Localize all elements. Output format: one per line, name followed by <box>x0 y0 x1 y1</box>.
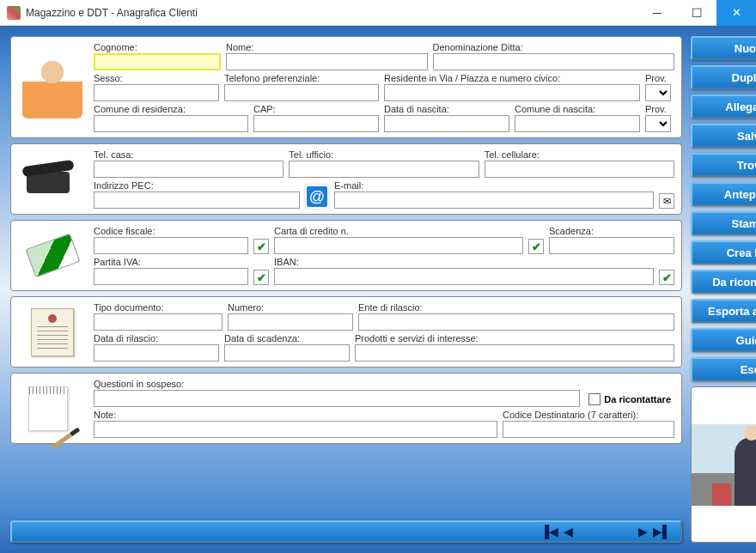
cap-label: CAP: <box>253 104 379 114</box>
titlebar: Magazzino e DDT - Anagrafica Clienti <box>0 0 756 26</box>
cap-input[interactable] <box>253 115 379 132</box>
questioni-input[interactable] <box>94 390 580 407</box>
scad-label: Scadenza: <box>549 226 674 236</box>
tipo-label: Tipo documento: <box>94 302 223 313</box>
dataril-label: Data di rilascio: <box>94 333 219 343</box>
denom-input[interactable] <box>433 53 674 70</box>
telcell-input[interactable] <box>485 161 674 178</box>
ente-input[interactable] <box>358 313 674 331</box>
questioni-label: Questioni in sospeso: <box>94 379 580 389</box>
cognome-input[interactable] <box>94 53 221 70</box>
window-close-button[interactable] <box>716 0 756 26</box>
telpref-input[interactable] <box>224 84 379 101</box>
iban-input[interactable] <box>274 268 654 285</box>
email-input[interactable] <box>334 191 654 209</box>
carta-label: Carta di credito n. <box>274 226 523 236</box>
numero-label: Numero: <box>228 302 353 313</box>
prodotti-input[interactable] <box>355 344 674 362</box>
comune-res-input[interactable] <box>94 115 248 132</box>
pec-label: Indirizzo PEC: <box>94 180 300 191</box>
cf-input[interactable] <box>94 237 248 254</box>
nav-prev-button[interactable]: ◀ <box>561 525 576 538</box>
tipo-input[interactable] <box>94 313 223 331</box>
ricontattare-label: Da ricontattare <box>604 394 671 404</box>
panel-contact: Tel. casa: Tel. ufficio: Tel. cellulare:… <box>10 143 682 215</box>
duplica-button[interactable]: Duplica <box>691 65 756 89</box>
note-input[interactable] <box>94 421 497 438</box>
teluff-label: Tel. ufficio: <box>289 149 479 160</box>
panel-fiscal: Codice fiscale: Carta di credito n. Scad… <box>10 220 682 291</box>
panel-document: Tipo documento: Numero: Ente di rilascio… <box>10 296 682 368</box>
ente-label: Ente di rilascio: <box>358 302 674 313</box>
piva-check-icon[interactable] <box>253 270 269 285</box>
guida-button[interactable]: Guida <box>691 328 756 352</box>
note-label: Note: <box>94 410 497 420</box>
comune-nasc-label: Comune di nascita: <box>515 104 640 114</box>
pec-input[interactable] <box>94 191 300 209</box>
salva-button[interactable]: Salva <box>691 124 756 148</box>
data-nasc-label: Data di nascita: <box>384 104 509 114</box>
notes-image <box>18 379 87 438</box>
prov1-select[interactable] <box>645 84 671 101</box>
teluff-input[interactable] <box>289 161 479 178</box>
anteprima-button[interactable]: Anteprima <box>691 182 756 206</box>
window-title: Magazzino e DDT - Anagrafica Clienti <box>26 7 637 19</box>
sesso-input[interactable] <box>94 84 219 101</box>
residente-label: Residente in Via / Piazza e numero civic… <box>384 73 640 83</box>
iban-label: IBAN: <box>274 257 654 267</box>
carta-check-icon[interactable] <box>528 239 544 254</box>
allega-button[interactable]: Allega file <box>691 94 756 118</box>
iban-check-icon[interactable] <box>659 270 674 285</box>
telcasa-label: Tel. casa: <box>94 149 284 160</box>
coddest-input[interactable] <box>503 421 674 438</box>
nav-first-button[interactable]: ▐◀ <box>538 525 561 538</box>
email-icon[interactable] <box>305 185 329 209</box>
nuovo-button[interactable]: Nuovo <box>691 36 756 60</box>
document-image <box>18 302 87 362</box>
prov2-select[interactable] <box>645 115 671 132</box>
ricontattare-button[interactable]: Da ricontattare <box>691 270 756 294</box>
piva-input[interactable] <box>94 268 248 285</box>
nav-next-button[interactable]: ▶ <box>636 525 650 538</box>
window-maximize-button[interactable] <box>677 0 716 26</box>
piva-label: Partita IVA: <box>94 257 248 267</box>
telcell-label: Tel. cellulare: <box>485 149 674 160</box>
right-column: Nuovo Duplica Allega file Salva Trova An… <box>691 36 756 543</box>
esporta-button[interactable]: Esporta archivio <box>691 299 756 323</box>
scad-input[interactable] <box>549 237 674 254</box>
email-action-icon[interactable]: ✉ <box>659 193 674 209</box>
phone-image <box>18 149 87 209</box>
shopping-image <box>691 386 756 543</box>
prov2-label: Prov. <box>645 104 674 114</box>
trova-button[interactable]: Trova <box>691 153 756 177</box>
card-image <box>18 226 87 285</box>
sesso-label: Sesso: <box>94 73 219 83</box>
esci-button[interactable]: Esci <box>691 357 756 381</box>
residente-input[interactable] <box>384 84 640 101</box>
datascad-label: Data di scadenza: <box>224 333 350 343</box>
nome-input[interactable] <box>226 53 428 70</box>
ricontattare-checkbox[interactable] <box>588 393 601 405</box>
email-label: E-mail: <box>334 180 654 191</box>
dataril-input[interactable] <box>94 344 219 362</box>
comune-nasc-input[interactable] <box>515 115 640 132</box>
coddest-label: Codice Destinatario (7 caratteri): <box>503 410 674 420</box>
carta-input[interactable] <box>274 237 523 254</box>
panel-notes: Questioni in sospeso: Da ricontattare No… <box>10 373 682 444</box>
record-nav-bar: ▐◀ ◀ ▶ ▶▌ <box>10 520 682 543</box>
stampa-button[interactable]: Stampa <box>691 211 756 235</box>
pdf-button[interactable]: Crea PDF <box>691 240 756 264</box>
window-minimize-button[interactable] <box>637 0 677 26</box>
numero-input[interactable] <box>228 313 353 331</box>
app-icon <box>7 6 21 20</box>
data-nasc-input[interactable] <box>384 115 509 132</box>
nav-last-button[interactable]: ▶▌ <box>650 525 674 538</box>
cf-label: Codice fiscale: <box>94 226 248 236</box>
datascad-input[interactable] <box>224 344 350 362</box>
telcasa-input[interactable] <box>94 161 284 178</box>
comune-res-label: Comune di residenza: <box>94 104 248 114</box>
denom-label: Denominazione Ditta: <box>433 42 674 52</box>
personal-image <box>18 42 87 132</box>
cf-check-icon[interactable] <box>253 239 269 254</box>
main-area: Cognome: Nome: Denominazione Ditta: Sess… <box>0 26 756 553</box>
